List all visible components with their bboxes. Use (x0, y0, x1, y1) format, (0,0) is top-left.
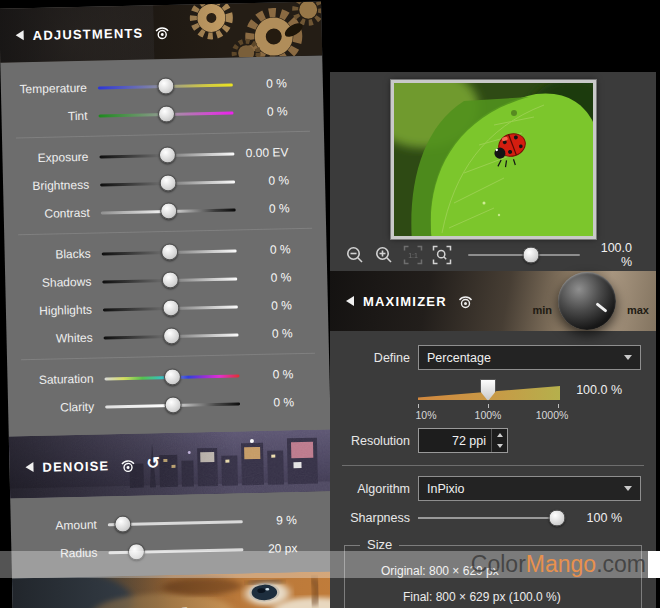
resolution-input[interactable]: 72 ppi (418, 428, 508, 453)
blacks-slider[interactable] (102, 249, 237, 255)
brightness-slider[interactable] (100, 180, 235, 186)
maximizer-title: MAXIMIZER (363, 294, 447, 309)
slider-handle[interactable] (159, 174, 176, 191)
watermark-text: .com (596, 551, 646, 578)
image-preview[interactable] (391, 80, 596, 239)
slider-row-contrast: Contrast 0 % (3, 193, 326, 228)
resolution-value: 72 ppi (419, 434, 491, 448)
scale-value: 100.0 % (576, 383, 622, 397)
slider-row-whites: Whites 0 % (6, 318, 329, 353)
slider-label: Temperature (1, 81, 98, 97)
exposure-slider[interactable] (99, 152, 234, 158)
step-up-button[interactable] (492, 429, 507, 441)
slider-label: Contrast (4, 205, 101, 221)
watermark-endcap (648, 551, 660, 578)
slider-handle[interactable] (158, 146, 175, 163)
slider-label: Saturation (7, 371, 104, 387)
slider-handle[interactable] (164, 396, 181, 413)
divider (18, 228, 312, 236)
adjustments-title: ADJUSTMENTS (33, 25, 144, 43)
adjustments-panel: ADJUSTMENTS Temperature 0 % Tint 0 % Exp… (0, 1, 335, 608)
slider-handle[interactable] (522, 247, 539, 264)
slider-value: 0 % (238, 298, 292, 313)
slider-value: 0 % (236, 242, 290, 257)
slider-handle[interactable] (161, 271, 178, 288)
algorithm-row: Algorithm InPixio (330, 476, 656, 501)
slider-label: Blacks (5, 246, 102, 262)
slider-value: 0 % (233, 104, 287, 119)
maximizer-dial[interactable] (558, 272, 616, 330)
maximizer-header[interactable]: MAXIMIZER min max (330, 271, 656, 331)
slider-label: Amount (11, 517, 108, 533)
define-value: Percentage (427, 351, 491, 365)
zoom-one-to-one-button[interactable]: 1:1 (402, 245, 423, 266)
adjustments-header[interactable]: ADJUSTMENTS (0, 1, 322, 62)
reset-icon[interactable]: ↺ (146, 455, 160, 471)
screenshot-canvas: ADJUSTMENTS Temperature 0 % Tint 0 % Exp… (0, 0, 660, 608)
algorithm-dropdown[interactable]: InPixio (418, 476, 641, 501)
slider-row-tint: Tint 0 % (1, 96, 324, 131)
slider-handle[interactable] (157, 105, 174, 122)
slider-handle[interactable] (162, 327, 179, 344)
tick-label: 1000% (536, 409, 569, 421)
define-dropdown[interactable]: Percentage (418, 345, 641, 370)
preview-eye-icon[interactable] (152, 24, 171, 39)
slider-handle[interactable] (162, 299, 179, 316)
zoom-value: 100.0 % (588, 241, 632, 269)
watermark: ColorMango.com (0, 551, 660, 578)
algorithm-label: Algorithm (330, 482, 418, 496)
slider-handle[interactable] (157, 77, 174, 94)
temperature-slider[interactable] (98, 83, 233, 89)
tick-label: 10% (415, 409, 436, 421)
tint-slider[interactable] (98, 111, 233, 117)
slider-label: Whites (6, 330, 103, 346)
collapse-triangle-icon[interactable] (25, 462, 33, 472)
clarity-slider[interactable] (105, 402, 240, 408)
whites-slider[interactable] (104, 333, 239, 339)
sharpness-row: Sharpness 100 % (330, 511, 656, 525)
algorithm-value: InPixio (427, 482, 465, 496)
divider (16, 131, 310, 139)
slider-label: Brightness (3, 177, 100, 193)
slider-value: 0 % (238, 326, 292, 341)
sharpness-value: 100 % (563, 511, 656, 525)
highlights-slider[interactable] (103, 305, 238, 311)
slider-label: Highlights (6, 302, 103, 318)
slider-handle[interactable] (160, 243, 177, 260)
resolution-label: Resolution (330, 434, 418, 448)
step-down-button[interactable] (492, 441, 507, 453)
slider-value: 0 % (233, 76, 287, 91)
slider-handle[interactable] (549, 510, 566, 527)
slider-handle[interactable] (114, 515, 131, 532)
contrast-slider[interactable] (101, 208, 236, 214)
arrow-up-icon (497, 433, 503, 437)
svg-text:1:1: 1:1 (408, 252, 418, 259)
output-sharpness-slider[interactable] (418, 511, 563, 525)
zoom-fit-button[interactable] (431, 245, 452, 266)
maximizer-panel: 1:1 100.0 % MAXIMIZER min max Define (330, 72, 656, 608)
resolution-stepper (491, 429, 507, 452)
denoise-title: DENOISE (42, 458, 109, 475)
zoom-slider[interactable] (468, 248, 580, 262)
slider-value: 9 % (243, 513, 297, 528)
slider-label: Tint (1, 109, 98, 125)
slider-value: 0 % (236, 201, 290, 216)
chevron-down-icon (624, 486, 632, 491)
watermark-text: Mango (526, 551, 596, 578)
amount-slider[interactable] (108, 520, 243, 526)
shadows-slider[interactable] (102, 277, 237, 283)
slider-handle[interactable] (160, 202, 177, 219)
size-title: Size (360, 537, 399, 552)
tick-mark (558, 404, 559, 408)
preview-eye-icon[interactable] (456, 294, 475, 309)
slider-handle[interactable] (163, 368, 180, 385)
define-label: Define (330, 351, 418, 365)
collapse-triangle-icon[interactable] (16, 30, 24, 40)
collapse-triangle-icon[interactable] (346, 296, 354, 306)
scale-slider-zone: 100.0 % 10% 100% 1000% (330, 376, 656, 426)
denoise-header[interactable]: DENOISE ↺ (9, 429, 332, 498)
preview-eye-icon[interactable] (118, 457, 137, 472)
saturation-slider[interactable] (104, 374, 239, 380)
zoom-out-button[interactable] (344, 245, 365, 266)
zoom-in-button[interactable] (373, 245, 394, 266)
